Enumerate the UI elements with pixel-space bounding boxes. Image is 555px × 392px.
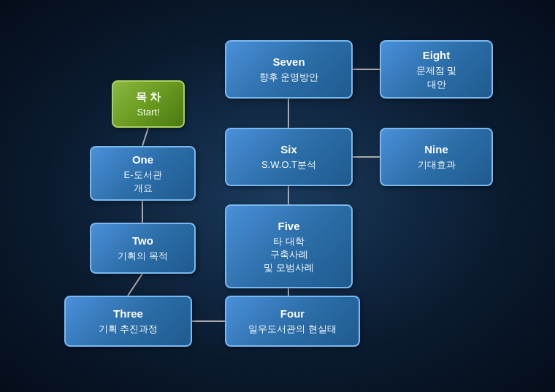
two-box: Two 기획의 목적 (90, 223, 196, 274)
nine-box: Nine 기대효과 (380, 128, 493, 186)
four-title: Four (280, 306, 305, 321)
five-title: Five (278, 218, 299, 234)
seven-box: Seven 향후 운영방안 (225, 40, 353, 99)
five-box: Five 타 대학구축사례및 모범사례 (225, 204, 353, 288)
diagram: 목 차 Start! One E-도서관개요 Two 기획의 목적 Three … (0, 0, 555, 392)
two-title: Two (132, 233, 153, 248)
start-sub: Start! (137, 106, 159, 119)
nine-title: Nine (424, 142, 448, 157)
nine-sub: 기대효과 (418, 158, 456, 172)
svg-line-2 (128, 274, 142, 296)
six-sub: S.W.O.T분석 (261, 158, 316, 172)
three-sub: 기획 추진과정 (99, 323, 158, 336)
start-title: 목 차 (136, 89, 161, 104)
six-box: Six S.W.O.T분석 (225, 128, 353, 186)
five-sub: 타 대학구축사례및 모범사례 (264, 235, 314, 275)
two-sub: 기획의 목적 (118, 250, 168, 263)
six-title: Six (280, 142, 297, 157)
four-sub: 일우도서관의 현실태 (248, 323, 337, 336)
four-box: Four 일우도서관의 현실태 (225, 296, 360, 347)
one-box: One E-도서관개요 (90, 146, 196, 201)
seven-sub: 향후 운영방안 (259, 71, 319, 84)
svg-line-0 (142, 128, 148, 146)
seven-title: Seven (272, 54, 305, 69)
eight-box: Eight 문제점 및대안 (380, 40, 493, 99)
eight-sub: 문제점 및대안 (416, 64, 457, 91)
one-title: One (132, 152, 153, 167)
three-box: Three 기획 추진과정 (64, 296, 192, 347)
three-title: Three (113, 306, 143, 321)
start-box: 목 차 Start! (112, 80, 185, 128)
one-sub: E-도서관개요 (124, 169, 162, 195)
eight-title: Eight (423, 47, 451, 63)
